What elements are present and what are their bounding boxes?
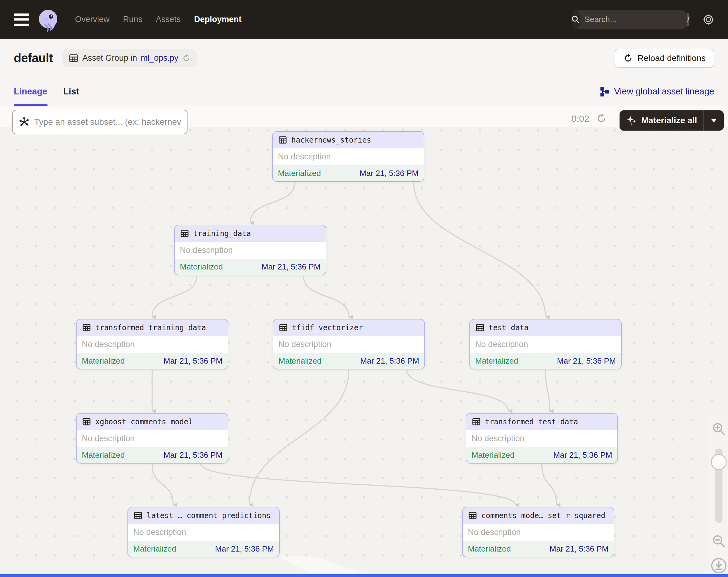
page-header: default Asset Group in ml_ops.py Reload …	[0, 39, 728, 77]
table-icon	[475, 323, 485, 332]
settings-gear-icon[interactable]	[702, 13, 715, 26]
asset-group-file-link[interactable]: ml_ops.py	[140, 53, 178, 63]
asset-subset-filter[interactable]	[12, 110, 187, 134]
search-icon	[571, 10, 580, 29]
asset-node-name: latest_…_comment_predictions	[147, 511, 271, 520]
materialize-all-button[interactable]: Materialize all	[620, 110, 724, 131]
asset-node-description: No description	[82, 340, 135, 349]
asset-node-name: comments_mode…_set_r_squared	[482, 511, 605, 520]
asset-subset-input[interactable]	[34, 117, 181, 127]
hamburger-menu-icon[interactable]	[14, 14, 29, 26]
asset-group-label: Asset Group in	[82, 53, 137, 63]
asset-node-description: No description	[279, 340, 332, 349]
asset-node-footer: Materialized Mar 21, 5:36 PM	[470, 353, 621, 369]
top-nav-right: /	[571, 10, 715, 29]
materialize-options-dropdown[interactable]	[703, 110, 724, 131]
asset-node-footer: Materialized Mar 21, 5:36 PM	[466, 447, 617, 463]
nav-items: Overview Runs Assets Deployment	[75, 15, 241, 24]
asset-node-timestamp: Mar 21, 5:36 PM	[553, 450, 612, 460]
asset-node[interactable]: xgboost_comments_model No description Ma…	[76, 413, 228, 463]
asset-node-body: No description	[470, 336, 621, 353]
view-global-asset-lineage-label: View global asset lineage	[614, 86, 714, 97]
asset-node-body: No description	[77, 336, 228, 353]
asset-node-name: transformed_training_data	[95, 323, 206, 332]
nav-item-overview[interactable]: Overview	[75, 15, 110, 24]
zoom-slider-handle[interactable]	[711, 454, 727, 470]
nav-item-assets[interactable]: Assets	[156, 15, 181, 24]
reload-definitions-label: Reload definitions	[637, 53, 706, 63]
search-shortcut-badge: /	[687, 13, 690, 26]
dagster-logo[interactable]	[36, 7, 60, 32]
nav-item-runs[interactable]: Runs	[123, 15, 142, 24]
dagster-app: Overview Runs Assets Deployment /	[0, 0, 728, 577]
materialize-all-main[interactable]: Materialize all	[620, 110, 703, 131]
table-icon	[82, 417, 91, 426]
reload-icon	[623, 53, 633, 63]
asset-node[interactable]: training_data No description Materialize…	[174, 225, 326, 275]
reload-definitions-button[interactable]: Reload definitions	[615, 49, 714, 68]
asset-node-timestamp: Mar 21, 5:36 PM	[557, 356, 616, 366]
search-box[interactable]: /	[571, 10, 690, 29]
asset-node-body: No description	[128, 524, 279, 541]
asset-node[interactable]: tfidf_vectorizer No description Material…	[273, 319, 425, 370]
asset-group-badge: Asset Group in ml_ops.py	[62, 49, 197, 67]
asset-node-status: Materialized	[82, 356, 125, 366]
asset-node-description: No description	[133, 528, 186, 537]
sparkle-icon	[626, 115, 637, 126]
tab-list[interactable]: List	[63, 77, 79, 106]
table-icon	[471, 417, 481, 426]
asset-node-body: No description	[466, 430, 617, 447]
asset-node-status: Materialized	[279, 356, 321, 366]
zoom-slider[interactable]	[715, 449, 723, 523]
asset-node-footer: Materialized Mar 21, 5:36 PM	[128, 541, 279, 557]
asset-node-name: training_data	[193, 229, 251, 238]
asset-node-footer: Materialized Mar 21, 5:36 PM	[175, 259, 326, 275]
asset-node-description: No description	[278, 152, 331, 161]
lineage-canvas[interactable]: hackernews_stories No description Materi…	[0, 106, 728, 574]
graph-refresh-icon[interactable]	[596, 113, 607, 125]
asset-node[interactable]: latest_…_comment_predictions No descript…	[127, 507, 280, 557]
asset-node-footer: Materialized Mar 21, 5:36 PM	[77, 353, 228, 369]
graph-timer: 0:02	[571, 114, 589, 124]
asset-node-status: Materialized	[133, 544, 176, 554]
asset-node-footer: Materialized Mar 21, 5:36 PM	[273, 166, 424, 181]
asset-node-timestamp: Mar 21, 5:36 PM	[262, 262, 320, 272]
asset-node-description: No description	[471, 434, 524, 443]
asset-node-name: hackernews_stories	[291, 136, 371, 144]
asset-node-timestamp: Mar 21, 5:36 PM	[360, 356, 419, 366]
asset-node-header: latest_…_comment_predictions	[128, 507, 279, 524]
asset-node-body: No description	[273, 148, 424, 166]
asset-node[interactable]: comments_mode…_set_r_squared No descript…	[462, 507, 614, 557]
asset-node-body: No description	[175, 242, 326, 259]
asset-node-header: hackernews_stories	[273, 132, 424, 148]
asset-node-status: Materialized	[278, 169, 321, 178]
nav-item-deployment[interactable]: Deployment	[194, 15, 242, 24]
asset-node[interactable]: test_data No description Materialized Ma…	[469, 319, 622, 370]
asset-node-description: No description	[468, 528, 521, 537]
asset-node-body: No description	[77, 430, 228, 447]
search-input[interactable]	[580, 15, 687, 24]
asset-node-status: Materialized	[180, 262, 223, 272]
asset-node-header: comments_mode…_set_r_squared	[463, 507, 614, 524]
asset-node[interactable]: transformed_test_data No description Mat…	[466, 413, 618, 463]
asset-node-name: xgboost_comments_model	[95, 418, 193, 426]
view-global-asset-lineage-link[interactable]: View global asset lineage	[599, 86, 714, 97]
asset-node-timestamp: Mar 21, 5:36 PM	[164, 356, 223, 366]
group-refresh-icon[interactable]	[182, 54, 190, 62]
top-nav-bar: Overview Runs Assets Deployment /	[0, 0, 728, 39]
download-image-icon[interactable]	[710, 557, 727, 574]
zoom-controls-rail	[709, 416, 728, 574]
asset-node[interactable]: transformed_training_data No description…	[76, 319, 228, 370]
asset-node-status: Materialized	[468, 544, 511, 554]
asset-node-body: No description	[273, 336, 424, 353]
zoom-out-icon[interactable]	[711, 533, 727, 549]
zoom-in-icon[interactable]	[711, 421, 727, 437]
table-icon	[82, 323, 91, 332]
tab-lineage[interactable]: Lineage	[14, 77, 48, 106]
asset-node[interactable]: hackernews_stories No description Materi…	[272, 131, 424, 182]
table-icon	[133, 511, 143, 520]
asset-node-name: transformed_test_data	[485, 418, 578, 426]
asset-node-timestamp: Mar 21, 5:36 PM	[215, 544, 274, 554]
horizontal-scrollbar[interactable]	[0, 574, 728, 577]
asset-node-description: No description	[475, 340, 528, 349]
